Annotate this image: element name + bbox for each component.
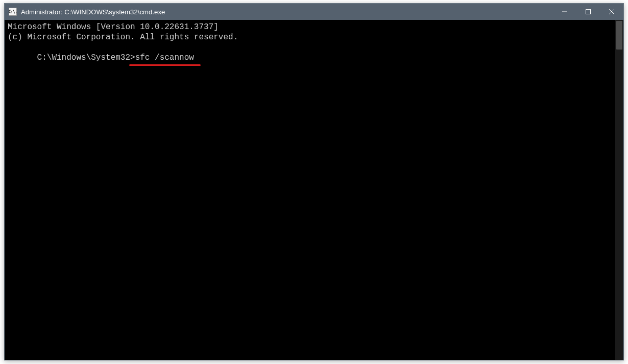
minimize-button[interactable] (553, 4, 576, 20)
terminal-prompt: C:\Windows\System32> (37, 53, 135, 62)
terminal-prompt-line: C:\Windows\System32>sfc /scannow (8, 42, 620, 73)
window-controls (553, 4, 623, 20)
minimize-icon (562, 9, 567, 14)
maximize-icon (586, 9, 591, 14)
close-button[interactable] (600, 4, 623, 20)
terminal-command: sfc /scannow (135, 53, 194, 62)
command-prompt-window: C:\. Administrator: C:\WINDOWS\system32\… (4, 3, 624, 360)
close-icon (609, 9, 614, 14)
scrollbar-track[interactable] (615, 20, 623, 360)
scrollbar-thumb[interactable] (616, 21, 622, 50)
maximize-button[interactable] (576, 4, 600, 20)
terminal-line-copyright: (c) Microsoft Corporation. All rights re… (8, 32, 620, 42)
svg-rect-0 (586, 10, 591, 14)
cmd-icon: C:\. (9, 8, 17, 16)
window-title: Administrator: C:\WINDOWS\system32\cmd.e… (21, 8, 553, 16)
terminal-line-version: Microsoft Windows [Version 10.0.22631.37… (8, 22, 620, 32)
annotation-underline (129, 64, 201, 66)
titlebar[interactable]: C:\. Administrator: C:\WINDOWS\system32\… (5, 4, 623, 20)
terminal-body[interactable]: Microsoft Windows [Version 10.0.22631.37… (5, 20, 623, 360)
